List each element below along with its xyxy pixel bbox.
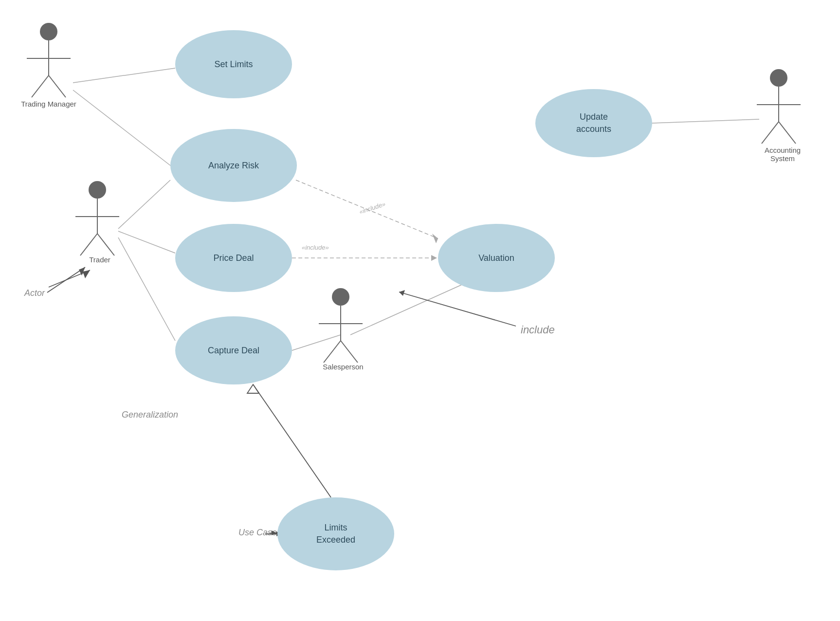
update-accounts-ellipse[interactable]: Update accounts (535, 89, 652, 157)
svg-line-11 (652, 119, 759, 123)
capture-deal-label: Capture Deal (208, 346, 259, 356)
limits-exceeded-ellipse[interactable]: Limits Exceeded (277, 497, 394, 570)
svg-marker-8 (432, 234, 438, 243)
svg-line-2 (118, 180, 170, 229)
include-label: include (521, 324, 555, 336)
svg-line-22 (49, 75, 66, 97)
set-limits-label: Set Limits (214, 59, 253, 70)
limits-exceeded-label: Limits Exceeded (316, 522, 355, 546)
svg-line-29 (762, 122, 779, 144)
svg-marker-10 (431, 255, 437, 261)
trading-manager-label: Trading Manager (17, 100, 80, 108)
price-deal-ellipse[interactable]: Price Deal (175, 224, 292, 292)
diagram-container: Valuation (dashed) --> Valuation (dashed… (0, 0, 840, 621)
svg-line-5 (292, 335, 341, 350)
update-accounts-label: Update accounts (576, 111, 611, 135)
trader-head (89, 181, 106, 199)
accounting-system-head (770, 69, 787, 87)
set-limits-ellipse[interactable]: Set Limits (175, 30, 292, 98)
analyze-risk-ellipse[interactable]: Analyze Risk (170, 129, 297, 202)
svg-marker-39 (399, 290, 405, 296)
svg-text:«include»: «include» (302, 244, 329, 251)
accounting-system-label: Accounting System (753, 146, 812, 163)
actor-diagram-label: Actor (24, 288, 45, 298)
svg-text:«include»: «include» (358, 200, 386, 215)
svg-line-33 (324, 341, 341, 363)
generalization-label: Generalization (122, 410, 178, 420)
price-deal-label: Price Deal (213, 253, 254, 263)
capture-deal-ellipse[interactable]: Capture Deal (175, 316, 292, 384)
svg-marker-13 (247, 384, 259, 393)
diagram-svg: Valuation (dashed) --> Valuation (dashed… (0, 0, 840, 621)
trading-manager-head (40, 23, 57, 40)
trader-label: Trader (80, 256, 119, 264)
svg-line-1 (73, 90, 170, 165)
salesperson-head (332, 288, 349, 306)
svg-line-26 (97, 234, 114, 256)
svg-line-0 (73, 68, 175, 83)
valuation-ellipse[interactable]: Valuation (438, 224, 555, 292)
svg-line-21 (32, 75, 49, 97)
svg-line-6 (350, 282, 467, 335)
svg-line-4 (118, 237, 175, 341)
svg-line-25 (80, 234, 97, 256)
use-case-label: Use Case (238, 528, 277, 537)
svg-line-12 (253, 384, 331, 497)
svg-line-34 (341, 341, 358, 363)
svg-marker-15 (83, 270, 90, 278)
valuation-label: Valuation (478, 253, 514, 263)
svg-line-38 (399, 292, 516, 326)
svg-line-3 (118, 231, 175, 253)
svg-line-30 (779, 122, 796, 144)
analyze-risk-label: Analyze Risk (208, 161, 259, 171)
svg-line-40 (47, 267, 85, 292)
salesperson-label: Salesperson (319, 363, 367, 371)
